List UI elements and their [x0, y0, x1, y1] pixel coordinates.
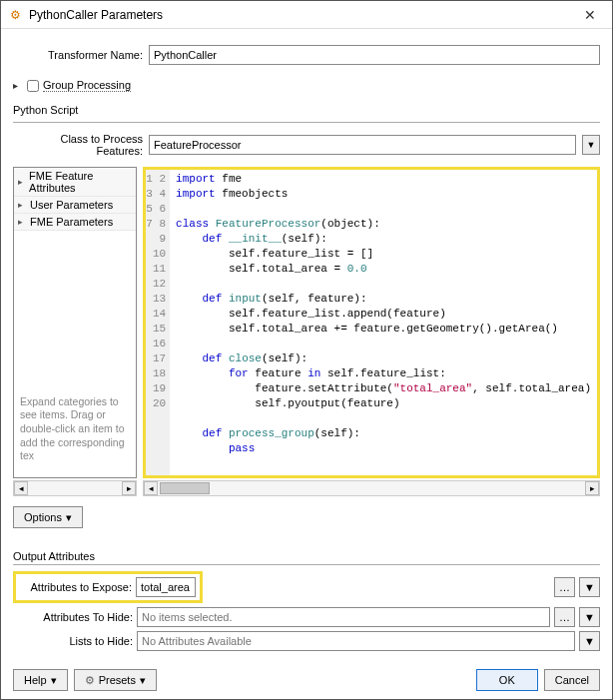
hide-label: Attributes To Hide: [13, 611, 133, 623]
lists-input[interactable] [137, 631, 575, 651]
hide-input[interactable] [137, 607, 550, 627]
chevron-right-icon: ▸ [18, 217, 28, 227]
scroll-left-icon[interactable]: ◂ [14, 481, 28, 495]
dialog-title: PythonCaller Parameters [29, 8, 574, 22]
expose-dropdown-button[interactable]: ▼ [579, 577, 600, 597]
transformer-row: Transformer Name: [13, 45, 600, 65]
lists-label: Lists to Hide: [13, 635, 133, 647]
class-label: Class to Process Features: [13, 133, 143, 157]
class-input[interactable] [149, 135, 576, 155]
main-area: ▸FME Feature Attributes▸User Parameters▸… [13, 167, 600, 496]
code-editor[interactable]: 1 2 3 4 5 6 7 8 9 10 11 12 13 14 15 16 1… [143, 167, 600, 478]
transformer-name-input[interactable] [149, 45, 600, 65]
dialog-window: ⚙ PythonCaller Parameters ✕ Transformer … [0, 0, 613, 700]
class-dropdown-button[interactable]: ▼ [582, 135, 600, 155]
group-processing-label: Group Processing [43, 79, 131, 92]
options-row: Options ▾ [13, 506, 600, 528]
expose-browse-button[interactable]: … [554, 577, 575, 597]
code-scrollbar[interactable]: ◂ ▸ [143, 480, 600, 496]
tree-panel: ▸FME Feature Attributes▸User Parameters▸… [13, 167, 137, 496]
chevron-right-icon: ▸ [18, 200, 28, 210]
scroll-right-icon[interactable]: ▸ [585, 481, 599, 495]
options-button[interactable]: Options ▾ [13, 506, 83, 528]
chevron-right-icon: ▸ [18, 177, 27, 187]
tree-item[interactable]: ▸FME Feature Attributes [14, 168, 136, 197]
python-script-label: Python Script [13, 104, 600, 116]
tree-item-label: FME Parameters [30, 216, 113, 228]
divider [13, 122, 600, 123]
tree-item[interactable]: ▸User Parameters [14, 197, 136, 214]
line-gutter: 1 2 3 4 5 6 7 8 9 10 11 12 13 14 15 16 1… [146, 170, 170, 475]
class-row: Class to Process Features: ▼ [13, 133, 600, 157]
chevron-down-icon: ▾ [66, 511, 72, 524]
hide-browse-button[interactable]: … [554, 607, 575, 627]
expose-input[interactable] [136, 577, 196, 597]
group-processing[interactable]: ▸ Group Processing [13, 79, 600, 92]
ok-button[interactable]: OK [476, 669, 538, 691]
transformer-label: Transformer Name: [13, 49, 143, 61]
close-button[interactable]: ✕ [574, 7, 606, 23]
app-icon: ⚙ [7, 7, 23, 23]
tree-item-label: User Parameters [30, 199, 113, 211]
hide-row: Attributes To Hide: … ▼ [13, 607, 600, 627]
title-bar: ⚙ PythonCaller Parameters ✕ [1, 1, 612, 29]
tree-scrollbar[interactable]: ◂ ▸ [13, 480, 137, 496]
footer: Help▾ ⚙Presets▾ OK Cancel [13, 659, 600, 691]
scroll-left-icon[interactable]: ◂ [144, 481, 158, 495]
scroll-thumb[interactable] [160, 482, 210, 494]
expose-label: Attributes to Expose: [20, 581, 132, 593]
chevron-down-icon: ▾ [51, 674, 57, 687]
output-label: Output Attributes [13, 550, 600, 562]
gear-icon: ⚙ [85, 674, 95, 687]
code-content[interactable]: import fme import fmeobjects class Featu… [170, 170, 597, 475]
lists-row: Lists to Hide: ▼ [13, 631, 600, 651]
lists-dropdown-button[interactable]: ▼ [579, 631, 600, 651]
group-processing-checkbox[interactable] [27, 80, 39, 92]
expose-highlight: Attributes to Expose: [13, 571, 203, 603]
divider [13, 564, 600, 565]
scroll-right-icon[interactable]: ▸ [122, 481, 136, 495]
help-button[interactable]: Help▾ [13, 669, 68, 691]
output-section: Output Attributes Attributes to Expose: … [13, 546, 600, 655]
tree-item[interactable]: ▸FME Parameters [14, 214, 136, 231]
expose-row: Attributes to Expose: … ▼ [13, 571, 600, 603]
cancel-button[interactable]: Cancel [544, 669, 600, 691]
content-area: Transformer Name: ▸ Group Processing Pyt… [1, 29, 612, 699]
tree-box: ▸FME Feature Attributes▸User Parameters▸… [13, 167, 137, 478]
presets-button[interactable]: ⚙Presets▾ [74, 669, 157, 691]
hide-dropdown-button[interactable]: ▼ [579, 607, 600, 627]
tree-hint: Expand categories to see items. Drag or … [14, 391, 136, 467]
chevron-right-icon: ▸ [13, 80, 23, 91]
chevron-down-icon: ▾ [140, 674, 146, 687]
tree-item-label: FME Feature Attributes [29, 170, 132, 194]
code-panel: 1 2 3 4 5 6 7 8 9 10 11 12 13 14 15 16 1… [143, 167, 600, 496]
